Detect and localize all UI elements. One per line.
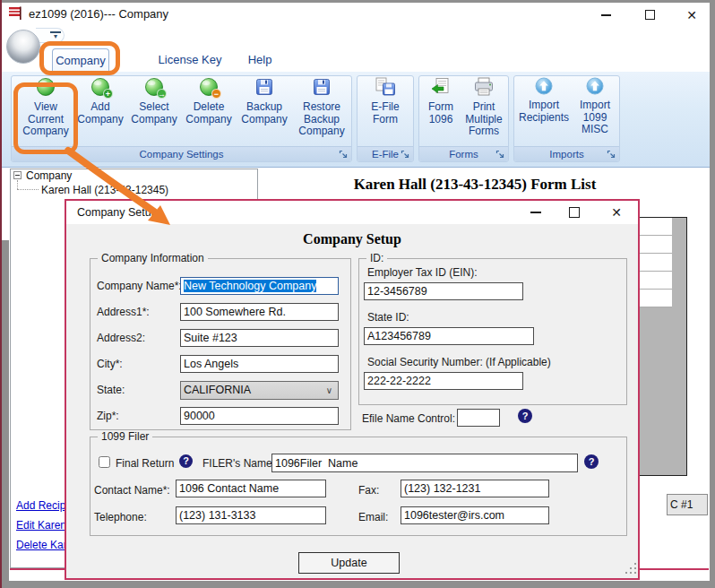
- tree-node-karen-hall[interactable]: Karen Hall (213-43-12345): [41, 184, 168, 196]
- button-label: Import Recipients: [519, 99, 569, 124]
- zip-label: Zip*:: [97, 410, 119, 422]
- dialog-launcher-icon[interactable]: [400, 149, 410, 160]
- state-id-input[interactable]: [364, 327, 534, 345]
- app-window: ez1099 (2016)--- Company ✕ ▾ Company Lic…: [0, 0, 715, 588]
- help-icon[interactable]: ?: [584, 454, 599, 469]
- help-icon[interactable]: ?: [179, 454, 193, 468]
- app-icon: [8, 6, 23, 24]
- maximize-button[interactable]: [632, 3, 668, 27]
- ribbon-button-restore-backup-company[interactable]: Restore Backup Company: [294, 77, 349, 138]
- form-list-box: [638, 217, 687, 476]
- globe-add-icon: +: [90, 77, 110, 97]
- zip-input[interactable]: [180, 407, 339, 425]
- button-label: Restore Backup Company: [298, 100, 344, 137]
- dialog-launcher-icon[interactable]: [495, 149, 505, 160]
- button-label: View Current Company: [22, 100, 68, 137]
- selected-text: New Technology Company: [184, 280, 316, 292]
- close-button[interactable]: ✕: [674, 3, 710, 27]
- contact-name-input[interactable]: [176, 480, 326, 497]
- help-icon[interactable]: ?: [518, 409, 532, 423]
- dialog-title-bar: Company Setup ✕: [66, 201, 638, 224]
- list-row[interactable]: [638, 290, 672, 307]
- tree-node-company[interactable]: Company: [26, 169, 72, 182]
- ribbon-button-import-1099-misc[interactable]: Import 1099 MISC: [572, 77, 618, 136]
- misc-form-button[interactable]: C #1: [667, 494, 708, 515]
- ribbon-group-label: E-File: [358, 146, 413, 161]
- final-return-checkbox[interactable]: [99, 456, 110, 468]
- tab-license-key[interactable]: License Key: [154, 48, 226, 72]
- list-row[interactable]: [638, 236, 672, 254]
- ribbon-button-add-company[interactable]: + Add Company: [75, 77, 125, 125]
- telephone-input[interactable]: [176, 506, 326, 524]
- ein-input[interactable]: [364, 282, 523, 300]
- efile-name-control-label: Efile Name Control:: [362, 412, 455, 425]
- tab-help[interactable]: Help: [235, 48, 285, 72]
- ribbon-button-view-current-company[interactable]: View Current Company: [18, 77, 73, 138]
- address2-input[interactable]: [180, 329, 339, 347]
- city-input[interactable]: [180, 355, 339, 373]
- form-list-title: Karen Hall (213-43-12345) Form List: [269, 176, 681, 194]
- button-label: Print Multiple Forms: [465, 100, 502, 137]
- qat-dropdown-icon[interactable]: ▾: [50, 31, 61, 40]
- minimize-button[interactable]: [588, 3, 624, 27]
- final-return-label: Final Return: [116, 457, 174, 470]
- globe-select-icon: →: [144, 77, 164, 97]
- contact-name-label: Contact Name*:: [94, 484, 170, 497]
- dialog-close-button[interactable]: ✕: [604, 203, 629, 221]
- email-label: Email:: [358, 511, 388, 523]
- button-label: Delete Company: [185, 100, 231, 125]
- efile-form-icon: [375, 77, 396, 97]
- ribbon-button-print-multiple-forms[interactable]: Print Multiple Forms: [461, 77, 507, 138]
- floppy-disk-icon: [254, 77, 274, 97]
- resize-grip[interactable]: [625, 563, 638, 575]
- company-setup-dialog: Company Setup ✕ Company Setup Company In…: [65, 199, 640, 580]
- ribbon-bottom-border: [2, 167, 710, 168]
- tree-expander-icon[interactable]: [13, 171, 22, 179]
- group-label-text: Imports: [549, 149, 583, 160]
- list-row[interactable]: [638, 272, 672, 290]
- dialog-maximize-button[interactable]: [562, 203, 587, 221]
- floppy-disk-icon: [312, 77, 332, 97]
- tree-connector: [17, 189, 39, 190]
- ein-label: Employer Tax ID (EIN):: [367, 266, 477, 279]
- button-label: Form 1096: [428, 100, 453, 125]
- ssn-label: Social Security Number: (If Applicable): [367, 356, 551, 368]
- ribbon-button-backup-company[interactable]: Backup Company: [237, 77, 292, 125]
- button-label: Import 1099 MISC: [580, 99, 610, 135]
- edit-recipient-link[interactable]: Edit Karen: [16, 519, 66, 532]
- ribbon-button-efile-form[interactable]: E-File Form: [360, 77, 410, 125]
- dialog-minimize-button[interactable]: [523, 203, 548, 221]
- ribbon-button-form-1096[interactable]: Form 1096: [421, 77, 461, 125]
- dialog-launcher-icon[interactable]: [606, 149, 616, 160]
- window-title: ez1099 (2016)--- Company: [29, 7, 168, 21]
- ribbon-button-delete-company[interactable]: − Delete Company: [183, 77, 235, 125]
- close-icon: ✕: [686, 9, 697, 22]
- minimize-icon: [601, 14, 611, 16]
- city-label: City*:: [97, 358, 123, 370]
- list-row[interactable]: [638, 254, 672, 272]
- close-icon: ✕: [611, 206, 622, 219]
- state-select[interactable]: CALIFORNIA ∨: [180, 381, 339, 400]
- list-row[interactable]: [638, 218, 672, 236]
- filer-name-input[interactable]: [271, 454, 578, 472]
- email-input[interactable]: [401, 506, 549, 524]
- dialog-launcher-icon[interactable]: [338, 149, 349, 160]
- fax-label: Fax:: [358, 484, 379, 497]
- efile-name-control-input[interactable]: [457, 409, 500, 427]
- maximize-icon: [569, 207, 580, 218]
- address2-label: Address2:: [97, 332, 145, 344]
- update-button[interactable]: Update: [298, 552, 400, 574]
- ribbon-group-label: Company Settings: [12, 146, 351, 161]
- ssn-input[interactable]: [364, 372, 523, 390]
- ribbon-button-import-recipients[interactable]: Import Recipients: [518, 77, 570, 124]
- group-label-text: E-File: [372, 149, 399, 160]
- maximize-icon: [645, 10, 655, 20]
- application-menu-button[interactable]: [6, 30, 40, 64]
- chevron-down-icon: ∨: [326, 382, 332, 399]
- company-name-input[interactable]: New Technology Company: [180, 277, 339, 295]
- address1-input[interactable]: [180, 303, 339, 321]
- tab-company[interactable]: Company: [52, 48, 109, 72]
- ribbon-button-select-company[interactable]: → Select Company: [127, 77, 181, 125]
- fax-input[interactable]: [401, 480, 549, 497]
- button-label: Backup Company: [241, 100, 287, 125]
